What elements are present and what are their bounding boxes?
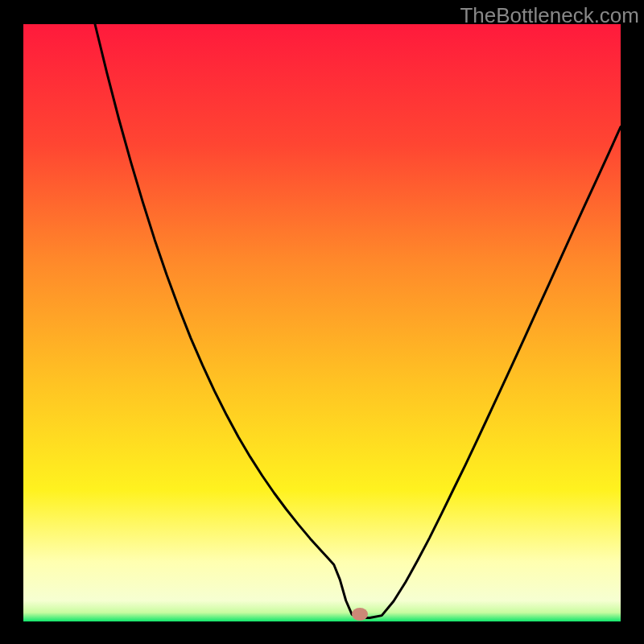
bottleneck-chart: TheBottleneck.com bbox=[0, 0, 644, 644]
watermark-text: TheBottleneck.com bbox=[460, 3, 639, 28]
chart-svg bbox=[0, 0, 644, 644]
optimal-point-marker bbox=[352, 608, 368, 621]
